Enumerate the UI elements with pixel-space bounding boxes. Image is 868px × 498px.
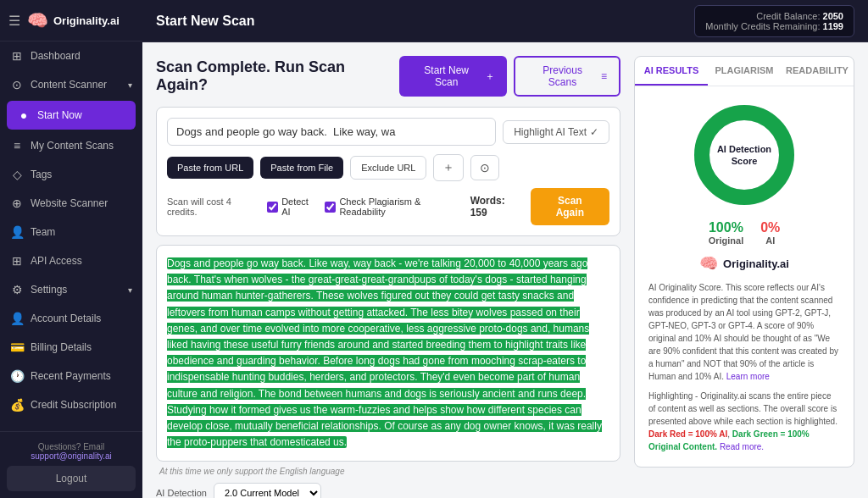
settings-icon: ⚙ — [10, 283, 24, 296]
list-icon-2: ≡ — [601, 70, 607, 82]
page-title: Start New Scan — [156, 14, 694, 29]
tab-plagiarism[interactable]: PLAGIARISM — [708, 57, 781, 86]
sidebar-item-website-scanner[interactable]: ⊕ Website Scanner — [0, 189, 142, 218]
words-count: Words: 159 — [470, 195, 522, 219]
score-section: AI Detection Score 100% Original 0% AI — [635, 86, 854, 467]
paste-from-url-button[interactable]: Paste from URL — [167, 157, 253, 179]
billing-icon: 💳 — [10, 340, 24, 354]
highlighted-text: Dogs and people go way back. Like way, w… — [167, 257, 602, 448]
dashboard-icon: ⊞ — [10, 49, 24, 63]
team-icon: 👤 — [10, 225, 24, 239]
tab-ai-results[interactable]: AI RESULTS — [635, 57, 708, 86]
credit-icon: 💰 — [10, 398, 24, 412]
monthly-credits-value: 1199 — [823, 21, 843, 31]
ai-score: 0% AI — [760, 220, 780, 246]
results-card: AI RESULTS PLAGIARISM READABILITY AI Det… — [634, 56, 854, 468]
plus-icon: ＋ — [485, 69, 495, 84]
chevron-down-icon-2: ▾ — [128, 285, 132, 295]
scan-buttons: Start New Scan ＋ Previous Scans ≡ — [399, 56, 620, 97]
sidebar-item-start-now[interactable]: ● Start Now — [7, 101, 136, 130]
logo-text: Originality.ai — [53, 14, 120, 27]
chevron-down-icon: ▾ — [128, 80, 132, 90]
ai-percentage: 0% — [760, 220, 780, 235]
original-score: 100% Original — [709, 220, 744, 246]
sidebar-item-recent-payments[interactable]: 🕐 Recent Payments — [0, 362, 142, 390]
topbar: Start New Scan Credit Balance: 2050 Mont… — [142, 0, 868, 42]
credits-info: Credit Balance: 2050 Monthly Credits Rem… — [694, 5, 854, 37]
sidebar: ☰ 🧠 Originality.ai ⊞ Dashboard ⊙ Content… — [0, 0, 142, 498]
check-icon: ✓ — [590, 126, 598, 138]
action-buttons: Paste from URL Paste from File Exclude U… — [167, 154, 609, 181]
api-icon: ⊞ — [10, 254, 24, 268]
list-icon: ≡ — [10, 139, 24, 152]
scan-text-input[interactable] — [167, 118, 496, 146]
highlight-note: Highlighting - Originality.ai scans the … — [648, 390, 840, 453]
monthly-credits-label: Monthly Credits Remaining: — [705, 21, 820, 31]
ai-model-label: AI Detection — [156, 488, 207, 498]
start-new-scan-button[interactable]: Start New Scan ＋ — [399, 56, 507, 97]
sidebar-item-settings[interactable]: ⚙ Settings ▾ — [0, 275, 142, 304]
menu-icon[interactable]: ☰ — [8, 13, 20, 29]
scan-input-box: Highlight AI Text ✓ Paste from URL Paste… — [156, 107, 620, 236]
detect-ai-checkbox-label[interactable]: Detect AI — [267, 196, 316, 217]
scan-complete-header: Scan Complete. Run Scan Again? Start New… — [156, 56, 620, 97]
donut-chart: AI Detection Score — [689, 100, 799, 210]
paste-from-file-button[interactable]: Paste from File — [260, 157, 343, 179]
sidebar-item-tags[interactable]: ◇ Tags — [0, 160, 142, 189]
text-input-row: Highlight AI Text ✓ — [167, 118, 609, 146]
ai-label: AI — [760, 235, 780, 246]
detect-ai-checkbox[interactable] — [267, 202, 278, 213]
globe-icon: ⊕ — [10, 196, 24, 210]
credits-row: Scan will cost 4 credits. Detect AI Chec… — [167, 188, 609, 225]
left-panel: Scan Complete. Run Scan Again? Start New… — [156, 56, 620, 484]
sidebar-item-dashboard[interactable]: ⊞ Dashboard — [0, 42, 142, 70]
sidebar-item-my-team[interactable]: 👤 Team — [0, 218, 142, 246]
payments-icon: 🕐 — [10, 369, 24, 383]
brand-logo-text: Originality.ai — [723, 257, 789, 270]
sidebar-item-my-content-scans[interactable]: ≡ My Content Scans — [0, 131, 142, 160]
plagiarism-checkbox-label[interactable]: Check Plagiarism & Readability — [325, 196, 461, 217]
add-icon-button[interactable]: ＋ — [433, 154, 464, 181]
circle-icon: ● — [17, 108, 31, 122]
plagiarism-checkbox[interactable] — [325, 202, 336, 213]
credit-balance-value: 2050 — [823, 11, 843, 21]
sidebar-item-credit-subscription[interactable]: 💰 Credit Subscription — [0, 390, 142, 419]
previous-scans-button[interactable]: Previous Scans ≡ — [514, 56, 620, 97]
english-notice: At this time we only support the English… — [156, 467, 620, 476]
tab-readability[interactable]: READABILITY — [781, 57, 854, 86]
results-tabs: AI RESULTS PLAGIARISM READABILITY — [635, 57, 854, 86]
score-description: AI Originality Score. This score reflect… — [648, 281, 840, 453]
original-percentage: 100% — [709, 220, 744, 235]
dark-red-label: Dark Red = 100% AI — [648, 429, 727, 439]
original-label: Original — [709, 235, 744, 246]
ai-model-select[interactable]: 2.0 Current Model — [214, 483, 321, 498]
support-text: Questions? Email support@originality.ai — [7, 439, 136, 466]
scan-again-button[interactable]: Scan Again — [531, 188, 609, 225]
sidebar-item-content-scanner[interactable]: ⊙ Content Scanner ▾ — [0, 70, 142, 99]
brand-logo-icon: 🧠 — [699, 254, 718, 273]
sidebar-item-billing-details[interactable]: 💳 Billing Details — [0, 333, 142, 362]
support-email[interactable]: support@originality.ai — [31, 451, 112, 461]
highlight-ai-text-button[interactable]: Highlight AI Text ✓ — [503, 120, 609, 144]
exclude-url-button[interactable]: Exclude URL — [350, 156, 426, 180]
account-icon: 👤 — [10, 312, 24, 325]
logout-button[interactable]: Logout — [7, 466, 136, 491]
originality-brand: 🧠 Originality.ai — [648, 254, 840, 273]
sidebar-header: ☰ 🧠 Originality.ai — [0, 0, 142, 42]
ai-model-row: AI Detection 2.0 Current Model — [156, 483, 620, 498]
sidebar-item-api-access[interactable]: ⊞ API Access — [0, 246, 142, 275]
sidebar-item-account-details[interactable]: 👤 Account Details — [0, 304, 142, 333]
sidebar-footer: Questions? Email support@originality.ai … — [0, 431, 142, 498]
credits-cost-text: Scan will cost 4 credits. — [167, 196, 259, 217]
scanned-text-area: Dogs and people go way back. Like way, w… — [156, 245, 620, 462]
right-panel: AI RESULTS PLAGIARISM READABILITY AI Det… — [634, 56, 854, 484]
score-values: 100% Original 0% AI — [648, 220, 840, 246]
read-more-link[interactable]: Read more. — [720, 442, 764, 451]
copy-icon-button[interactable]: ⊙ — [470, 155, 499, 180]
tag-icon: ◇ — [10, 168, 24, 181]
learn-more-link[interactable]: Learn more — [726, 372, 770, 381]
content-area: Scan Complete. Run Scan Again? Start New… — [142, 42, 868, 498]
main-area: Start New Scan Credit Balance: 2050 Mont… — [142, 0, 868, 498]
donut-label: AI Detection Score — [717, 143, 771, 168]
logo-icon: 🧠 — [27, 10, 48, 30]
